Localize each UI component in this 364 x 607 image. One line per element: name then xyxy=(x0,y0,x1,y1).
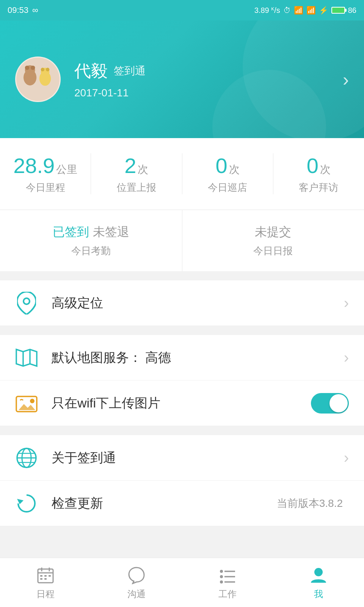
charging-icon: ⚡ xyxy=(319,6,328,15)
location-chevron: › xyxy=(344,294,349,311)
stat-visit-number: 0次 xyxy=(307,153,331,178)
svg-point-4 xyxy=(31,66,35,70)
status-bar: 09:53 ∞ 3.89 ᴷ/s ⏱ 📶 📶 ⚡ 86 xyxy=(0,0,364,20)
svg-point-8 xyxy=(46,68,49,72)
user-info: 代毅 签到通 2017-01-11 xyxy=(74,60,146,99)
update-icon xyxy=(15,492,38,515)
svg-rect-29 xyxy=(44,578,47,580)
update-label: 检查更新 xyxy=(52,495,277,512)
stat-mileage: 28.9公里 今日里程 xyxy=(0,153,91,194)
clock-icon: ⏱ xyxy=(283,6,291,15)
battery-icon xyxy=(331,7,345,14)
nav-schedule[interactable]: 日程 xyxy=(0,558,91,607)
svg-point-32 xyxy=(220,575,223,578)
menu-update[interactable]: 检查更新 当前版本3.8.2 xyxy=(0,481,364,526)
time-display: 09:53 xyxy=(8,5,28,15)
divider-1 xyxy=(0,271,364,280)
toggle-knob xyxy=(329,394,348,412)
nav-work[interactable]: 工作 xyxy=(182,558,273,607)
divider-2 xyxy=(0,326,364,335)
stat-patrol-number: 0次 xyxy=(216,153,240,178)
stat-patrol: 0次 今日巡店 xyxy=(182,153,273,194)
menu-about[interactable]: 关于签到通 › xyxy=(0,435,364,481)
battery-percent: 86 xyxy=(348,6,356,15)
schedule-icon xyxy=(36,565,55,585)
stat-patrol-label: 今日巡店 xyxy=(208,181,247,194)
attendance-section: 已签到 未签退 今日考勤 未提交 今日日报 xyxy=(0,210,364,271)
svg-point-36 xyxy=(314,568,323,576)
stat-visit: 0次 客户拜访 xyxy=(273,153,364,194)
nav-me-label: 我 xyxy=(314,588,323,600)
wifi-upload-label: 只在wifi下上传图片 xyxy=(52,395,311,412)
svg-point-7 xyxy=(41,68,45,72)
stat-visit-label: 客户拜访 xyxy=(299,181,338,194)
speed-display: 3.89 ᴷ/s xyxy=(254,6,280,15)
wifi-icon: 📶 xyxy=(294,6,303,15)
location-label: 高级定位 xyxy=(52,294,344,312)
stats-section: 28.9公里 今日里程 2次 位置上报 0次 今日巡店 0次 客户拜访 xyxy=(0,138,364,209)
svg-point-3 xyxy=(25,66,29,70)
svg-point-30 xyxy=(220,570,223,573)
daily-status: 未提交 xyxy=(255,224,291,241)
nav-chat-label: 沟通 xyxy=(127,588,146,600)
chat-icon xyxy=(127,565,146,585)
nav-chat[interactable]: 沟通 xyxy=(91,558,182,607)
svg-rect-27 xyxy=(49,575,51,577)
map-label: 默认地图服务： 高德 xyxy=(52,349,344,366)
svg-point-0 xyxy=(16,58,60,101)
svg-marker-13 xyxy=(19,404,35,410)
bottom-nav: 日程 沟通 工作 我 xyxy=(0,558,364,607)
svg-rect-28 xyxy=(40,578,42,580)
stat-mileage-label: 今日里程 xyxy=(26,181,65,194)
stat-location-label: 位置上报 xyxy=(117,181,156,194)
location-icon xyxy=(15,292,38,315)
svg-marker-20 xyxy=(17,499,24,504)
update-version: 当前版本3.8.2 xyxy=(277,496,343,511)
signal-icon: 📶 xyxy=(306,6,316,15)
stat-location-number: 2次 xyxy=(124,153,148,178)
image-wifi-icon xyxy=(15,392,38,415)
status-left: 09:53 ∞ xyxy=(8,5,38,15)
stat-mileage-number: 28.9公里 xyxy=(13,153,77,178)
app-name-badge: 签到通 xyxy=(114,64,146,78)
wifi-upload-toggle[interactable] xyxy=(311,393,349,414)
divider-3 xyxy=(0,426,364,435)
header-chevron-icon: › xyxy=(343,69,349,90)
svg-point-34 xyxy=(220,580,223,583)
user-name-row: 代毅 签到通 xyxy=(74,60,146,82)
daily-label: 今日日报 xyxy=(253,244,293,258)
menu-map[interactable]: 默认地图服务： 高德 › xyxy=(0,335,364,381)
nav-work-label: 工作 xyxy=(218,588,237,600)
map-icon xyxy=(15,346,38,369)
map-chevron: › xyxy=(344,349,349,366)
user-date: 2017-01-11 xyxy=(74,87,146,99)
loop-icon: ∞ xyxy=(32,5,38,15)
checkin-status: 已签到 未签退 xyxy=(53,224,129,241)
me-icon xyxy=(309,565,328,585)
attendance-checkin: 已签到 未签退 今日考勤 xyxy=(0,210,182,271)
about-chevron: › xyxy=(344,449,349,466)
svg-point-9 xyxy=(24,298,30,304)
nav-me[interactable]: 我 xyxy=(273,558,364,607)
about-label: 关于签到通 xyxy=(52,449,344,467)
menu-location[interactable]: 高级定位 › xyxy=(0,280,364,326)
work-icon xyxy=(218,565,237,585)
attendance-daily: 未提交 今日日报 xyxy=(182,210,364,271)
svg-rect-26 xyxy=(44,575,47,577)
avatar xyxy=(15,57,61,102)
header-banner[interactable]: 代毅 签到通 2017-01-11 › xyxy=(0,20,364,138)
user-name-text: 代毅 xyxy=(74,60,108,82)
checkin-label: 今日考勤 xyxy=(71,244,111,258)
menu-wifi-upload[interactable]: 只在wifi下上传图片 xyxy=(0,381,364,426)
nav-schedule-label: 日程 xyxy=(36,588,55,600)
svg-point-14 xyxy=(30,399,35,403)
globe-icon xyxy=(15,447,38,469)
stat-location: 2次 位置上报 xyxy=(91,153,182,194)
svg-rect-25 xyxy=(40,575,42,577)
status-right: 3.89 ᴷ/s ⏱ 📶 📶 ⚡ 86 xyxy=(254,6,356,15)
